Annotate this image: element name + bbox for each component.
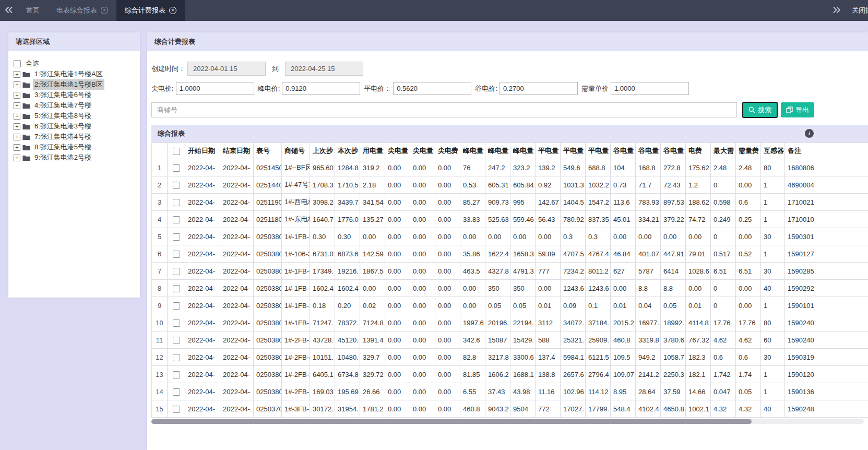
tree-node-label[interactable]: 5:张江集电港8号楼 — [33, 111, 93, 121]
row-checkbox[interactable] — [173, 337, 180, 344]
expand-icon[interactable]: + — [14, 71, 20, 78]
table-row: 92022-04-2022-04-025038001#-1FB-20.180.2… — [152, 297, 868, 314]
expand-icon[interactable]: + — [14, 113, 20, 120]
shop-number-input[interactable] — [151, 102, 737, 117]
row-checkbox[interactable] — [173, 233, 180, 241]
tree-node: +6:张江集电港3号楼 — [14, 121, 135, 132]
row-checkbox[interactable] — [173, 268, 180, 275]
row-checkbox[interactable] — [173, 251, 180, 258]
table-cell: 02503800 — [254, 349, 282, 366]
expand-icon[interactable]: + — [14, 155, 20, 161]
table-cell: 0.00 — [435, 280, 460, 297]
table-cell: 1#-106-3 — [282, 245, 310, 263]
created-time-row: 创建时间： 到 — [151, 62, 868, 76]
tree-node-label[interactable]: 8:张江集电港5号楼 — [33, 142, 93, 152]
sharp-price-input[interactable] — [176, 82, 254, 95]
table-cell: 4690004 — [785, 176, 868, 194]
table-cell: 02503800 — [254, 366, 282, 383]
table-cell: 0.00 — [385, 280, 410, 297]
tree-node-label[interactable]: 1:张江集电港1号楼A区 — [33, 69, 104, 79]
row-number: 12 — [152, 349, 168, 366]
valley-price-input[interactable] — [500, 82, 578, 95]
scroll-tabs-left-button[interactable] — [0, 0, 18, 21]
expand-icon[interactable]: + — [14, 81, 20, 88]
table-cell: 0.00 — [385, 228, 410, 245]
tab-billing-report[interactable]: 综合计费报表× — [116, 0, 185, 21]
table-cell: 85.27 — [460, 194, 485, 211]
tree-node-label[interactable]: 3:张江集电港6号楼 — [33, 90, 93, 100]
select-all-checkbox[interactable] — [14, 60, 21, 67]
row-checkbox[interactable] — [173, 354, 180, 361]
table-cell: 139.2 — [536, 159, 561, 176]
row-number: 1 — [152, 159, 168, 176]
table-cell: 0.30 — [335, 228, 360, 245]
double-chevron-left-icon — [4, 6, 14, 15]
row-number: 9 — [152, 297, 168, 314]
table-cell: 447.91 — [661, 245, 686, 263]
row-checkbox[interactable] — [173, 406, 180, 413]
expand-icon[interactable]: + — [14, 92, 20, 99]
close-operations-menu[interactable]: 关闭操作 — [852, 6, 868, 15]
table-cell: 1 — [761, 297, 785, 314]
row-checkbox[interactable] — [173, 302, 180, 310]
tree-node-label[interactable]: 4:张江集电港7号楼 — [33, 100, 93, 111]
scroll-tabs-right-button[interactable] — [828, 6, 846, 15]
expand-icon[interactable]: + — [14, 144, 20, 151]
table-cell: 2022-04- — [185, 400, 220, 418]
table-cell: 0.00 — [410, 331, 435, 349]
tab-home[interactable]: 首页 — [18, 0, 48, 21]
expand-icon[interactable]: + — [14, 102, 20, 109]
tab-bar: 首页电表综合报表×综合计费报表× 关闭操作 — [0, 0, 868, 21]
tree-node-label[interactable]: 2:张江集电港1号楼B区 — [33, 79, 104, 90]
table-cell: 1776.0 — [335, 211, 360, 228]
table-cell: 0.00 — [435, 383, 460, 400]
tree-node-label[interactable]: 7:张江集电港4号楼 — [33, 132, 93, 142]
tab-close-icon[interactable]: × — [101, 7, 108, 14]
table-cell: 0.18 — [310, 297, 335, 314]
row-checkbox[interactable] — [173, 216, 180, 223]
horizontal-scrollbar-thumb[interactable] — [151, 419, 752, 424]
table-cell: 1590301 — [785, 228, 868, 245]
horizontal-scrollbar[interactable] — [151, 419, 864, 424]
table-cell: 22194. — [510, 314, 536, 331]
table-cell: 2022-04- — [185, 349, 220, 366]
tree-node-label[interactable]: 9:张江集电港2号楼 — [33, 152, 93, 163]
table-cell: 0.00 — [385, 314, 410, 331]
tree-node-label[interactable]: 6:张江集电港3号楼 — [33, 121, 93, 132]
table-row: 112022-04-2022-04-025038001#-2FB-343728.… — [152, 331, 868, 349]
row-checkbox-cell — [168, 280, 185, 297]
expand-icon[interactable]: + — [14, 134, 20, 140]
row-checkbox[interactable] — [173, 164, 180, 172]
flat-price-label: 平电价： — [364, 84, 391, 93]
tab-meter-report[interactable]: 电表综合报表× — [48, 0, 116, 21]
table-cell: 0.00 — [385, 211, 410, 228]
table-cell: 0.00 — [385, 331, 410, 349]
export-button[interactable]: 导出 — [781, 102, 814, 117]
date-from-input[interactable] — [187, 62, 266, 76]
info-icon[interactable]: i — [805, 129, 814, 138]
table-cell: 1031.3 — [561, 176, 586, 194]
table-row: 82022-04-2022-04-025038001#-1FB-31602.41… — [152, 280, 868, 297]
date-to-input[interactable] — [285, 62, 363, 76]
row-checkbox[interactable] — [173, 388, 180, 396]
table-cell: 329.7 — [360, 349, 385, 366]
table-cell: 1#-3FB-7 — [282, 400, 310, 418]
table-cell: 0.00 — [435, 228, 460, 245]
row-checkbox[interactable] — [173, 371, 180, 378]
search-button[interactable]: 搜索 — [742, 102, 778, 118]
flat-price-input[interactable] — [393, 82, 471, 95]
row-checkbox[interactable] — [173, 285, 180, 292]
table-cell: 3098.2 — [310, 194, 335, 211]
row-checkbox[interactable] — [173, 182, 180, 189]
tab-close-icon[interactable]: × — [169, 7, 176, 14]
expand-icon[interactable]: + — [14, 123, 20, 130]
demand-price-input[interactable] — [611, 82, 689, 95]
row-checkbox[interactable] — [173, 199, 180, 206]
select-all-rows-checkbox[interactable] — [173, 148, 180, 155]
peak-price-input[interactable] — [282, 82, 360, 95]
table-cell: 1028.6 — [686, 263, 711, 280]
table-cell: 0.00 — [385, 349, 410, 366]
table-cell: 2022-04- — [220, 280, 254, 297]
row-checkbox[interactable] — [173, 319, 180, 327]
double-chevron-right-icon — [832, 6, 841, 15]
